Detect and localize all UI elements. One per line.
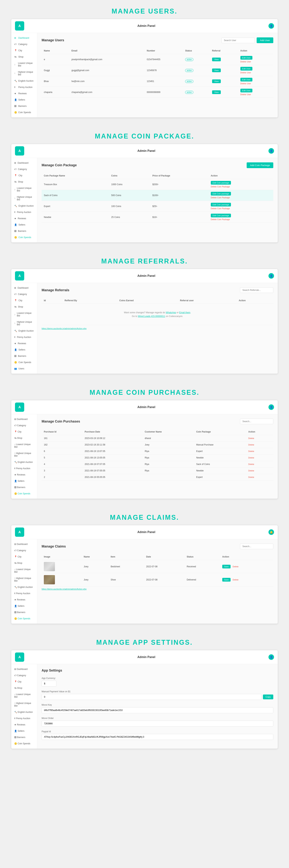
purchases-search-input[interactable] bbox=[240, 418, 273, 424]
sidebar-item-city-3[interactable]: 📍 City bbox=[11, 297, 37, 304]
input-currency[interactable] bbox=[42, 681, 57, 687]
sidebar-item-city[interactable]: 📍 City bbox=[11, 48, 37, 54]
claims-search-input[interactable] bbox=[240, 544, 273, 549]
delete-claim-button[interactable]: Delete bbox=[232, 565, 239, 568]
sidebar-item-category-2[interactable]: 🏷 Category bbox=[11, 166, 37, 173]
sidebar-shop-4[interactable]: 🛍 Shop bbox=[11, 435, 37, 441]
delete-pkg-button[interactable]: Delete Coin Package bbox=[211, 186, 230, 188]
copy-button[interactable]: Copy bbox=[263, 694, 273, 699]
sidebar-highest-6[interactable]: ↑ Highest Unique Bid bbox=[11, 700, 37, 709]
sidebar-item-highest-3[interactable]: ↑ Highest Unique Bid bbox=[11, 319, 37, 328]
delete-user-button[interactable]: Delete User bbox=[240, 61, 251, 63]
sidebar-coin-spends-6[interactable]: 🪙 Coin Spends bbox=[11, 740, 37, 747]
sidebar-item-coin-spends-3[interactable]: 🪙 Coin Spends bbox=[11, 359, 37, 366]
add-coin-package-button[interactable]: Add Coin Package bbox=[247, 162, 273, 168]
sidebar-item-shop-3[interactable]: 🛍 Shop bbox=[11, 304, 37, 310]
edit-user-button[interactable]: Edit User bbox=[240, 67, 252, 70]
input-manual-payment[interactable] bbox=[42, 694, 261, 700]
delete-purchase-button[interactable]: Delete bbox=[248, 450, 254, 452]
sidebar-highest-4[interactable]: ↑ Highest Unique Bid bbox=[11, 450, 37, 459]
sidebar-item-lowest-3[interactable]: ↓ Lowest Unique Bid bbox=[11, 310, 37, 319]
sidebar-item-coin-spends[interactable]: 🪙 Coin Spends bbox=[11, 109, 37, 116]
sidebar-english-4[interactable]: 🔨 English Auction bbox=[11, 459, 37, 465]
sidebar-english-5[interactable]: 🔨 English Auction bbox=[11, 584, 37, 590]
sidebar-banners-4[interactable]: 🖼 Banners bbox=[11, 484, 37, 491]
sidebar-highest-5[interactable]: ↑ Highest Unique Bid bbox=[11, 575, 37, 584]
sidebar-dashboard-4[interactable]: ⊞ Dashboard bbox=[11, 416, 37, 422]
sidebar-item-users-3[interactable]: 👥 Users bbox=[11, 366, 37, 372]
sidebar-city-5[interactable]: 📍 City bbox=[11, 554, 37, 560]
sidebar-item-banners-3[interactable]: 🖼 Banners bbox=[11, 353, 37, 359]
delete-purchase-button[interactable]: Delete bbox=[248, 444, 254, 446]
sidebar-category-5[interactable]: 🏷 Category bbox=[11, 547, 37, 554]
sidebar-coin-spends-5[interactable]: 🪙 Coin Spends bbox=[11, 615, 37, 622]
sidebar-sellers-6[interactable]: 👤 Sellers bbox=[11, 728, 37, 734]
sidebar-english-6[interactable]: 🔨 English Auction bbox=[11, 709, 37, 715]
edit-pkg-button[interactable]: Edit Coin package bbox=[211, 181, 231, 185]
sidebar-reviews-5[interactable]: ★ Reviews bbox=[11, 596, 37, 603]
sidebar-lowest-6[interactable]: ↓ Lowest Unique Bid bbox=[11, 691, 37, 700]
sidebar-item-english-2[interactable]: 🔨 English Auction bbox=[11, 203, 37, 209]
sidebar-dashboard-5[interactable]: ⊞ Dashboard bbox=[11, 541, 37, 547]
search-input[interactable] bbox=[221, 38, 255, 43]
sidebar-item-english-3[interactable]: 🔨 English Auction bbox=[11, 328, 37, 334]
edit-user-button[interactable]: Edit User bbox=[240, 56, 252, 60]
delete-user-button[interactable]: Delete User bbox=[240, 71, 251, 74]
sidebar-lowest-4[interactable]: ↓ Lowest Unique Bid bbox=[11, 441, 37, 450]
delete-pkg-button-3[interactable]: Delete Coin Package bbox=[211, 207, 230, 210]
input-paypal-id[interactable] bbox=[42, 734, 273, 740]
sidebar-item-dashboard-2[interactable]: ⊞ Dashboard bbox=[11, 160, 37, 166]
sidebar-item-sellers[interactable]: 👤 Sellers bbox=[11, 97, 37, 103]
save-claim-button[interactable]: Save bbox=[222, 565, 230, 568]
edit-pkg-button-4[interactable]: Edit Coin package bbox=[211, 214, 231, 217]
sidebar-penny-4[interactable]: ¢ Penny Auction bbox=[11, 465, 37, 472]
sidebar-item-dashboard[interactable]: ⊞ Dashboard bbox=[11, 35, 37, 41]
add-user-button[interactable]: Add User bbox=[257, 37, 273, 43]
delete-claim-button-2[interactable]: Delete bbox=[232, 579, 239, 581]
edit-pkg-button-highlighted[interactable]: Edit Coin package bbox=[211, 192, 231, 195]
edit-user-button[interactable]: Edit User bbox=[240, 78, 252, 82]
sidebar-item-lowest-unique[interactable]: ↓ Lowest Unique Bid bbox=[11, 60, 37, 69]
sidebar-item-reviews-3[interactable]: ★ Reviews bbox=[11, 340, 37, 347]
sidebar-category-4[interactable]: 🏷 Category bbox=[11, 422, 37, 429]
sidebar-item-banners[interactable]: 🖼 Banners bbox=[11, 103, 37, 109]
sidebar-city-6[interactable]: 📍 City bbox=[11, 679, 37, 685]
sidebar-item-coin-spends-2[interactable]: 🪙 Coin Spends bbox=[11, 234, 37, 241]
sidebar-item-penny-2[interactable]: ¢ Penny Auction bbox=[11, 209, 37, 215]
sidebar-city-4[interactable]: 📍 City bbox=[11, 429, 37, 435]
admin-link[interactable]: https://demo.auctiontix.in/admin/admin/A… bbox=[42, 327, 86, 330]
claims-admin-link[interactable]: https://demo.auctiontix.in/admin/admin/A… bbox=[42, 588, 86, 590]
sidebar-penny-6[interactable]: ¢ Penny Auction bbox=[11, 715, 37, 721]
sidebar-shop-6[interactable]: 🛍 Shop bbox=[11, 685, 37, 691]
delete-purchase-button[interactable]: Delete bbox=[248, 437, 254, 439]
sidebar-banners-6[interactable]: 🖼 Banners bbox=[11, 734, 37, 740]
sidebar-item-reviews[interactable]: ★ Reviews bbox=[11, 90, 37, 97]
sidebar-item-dashboard-3[interactable]: ⊞ Dashboard bbox=[11, 285, 37, 291]
sidebar-reviews-6[interactable]: ★ Reviews bbox=[11, 721, 37, 728]
email-link[interactable]: Email them bbox=[179, 311, 190, 314]
delete-purchase-button[interactable]: Delete bbox=[248, 470, 254, 472]
sidebar-lowest-5[interactable]: ↓ Lowest Unique Bid bbox=[11, 566, 37, 575]
edit-user-button[interactable]: Edit User bbox=[240, 89, 252, 92]
sidebar-penny-5[interactable]: ¢ Penny Auction bbox=[11, 590, 37, 596]
delete-user-button[interactable]: Delete User bbox=[240, 93, 251, 96]
delete-pkg-button-4[interactable]: Delete Coin Package bbox=[211, 218, 230, 220]
delete-purchase-button[interactable]: Delete bbox=[248, 476, 254, 478]
sidebar-item-sellers-2[interactable]: 👤 Sellers bbox=[11, 222, 37, 228]
delete-user-button[interactable]: Delete User bbox=[240, 83, 251, 85]
input-movvi-order[interactable] bbox=[42, 721, 273, 726]
sidebar-item-banners-2[interactable]: 🖼 Banners bbox=[11, 228, 37, 234]
sidebar-item-highest-unique-2[interactable]: ↑ Highest Unique Bid bbox=[11, 194, 37, 203]
sidebar-reviews-4[interactable]: ★ Reviews bbox=[11, 472, 37, 478]
sidebar-item-highest-unique[interactable]: ↑ Highest Unique Bid bbox=[11, 69, 37, 78]
sidebar-item-english-auction[interactable]: 🔨 English Auction bbox=[11, 78, 37, 84]
sidebar-coin-spends-4[interactable]: 🪙 Coin Spends bbox=[11, 491, 37, 497]
referral-search-input[interactable] bbox=[240, 287, 273, 293]
sidebar-item-shop[interactable]: 🛍 Shop bbox=[11, 54, 37, 60]
edit-pkg-button-3[interactable]: Edit Coin package bbox=[211, 203, 231, 207]
sidebar-item-penny-auction[interactable]: ¢ Penny Auction bbox=[11, 84, 37, 90]
input-movvi-key[interactable] bbox=[42, 707, 273, 713]
sidebar-item-reviews-2[interactable]: ★ Reviews bbox=[11, 215, 37, 222]
sidebar-item-penny-3[interactable]: ¢ Penny Auction bbox=[11, 334, 37, 340]
sidebar-item-city-2[interactable]: 📍 City bbox=[11, 173, 37, 179]
